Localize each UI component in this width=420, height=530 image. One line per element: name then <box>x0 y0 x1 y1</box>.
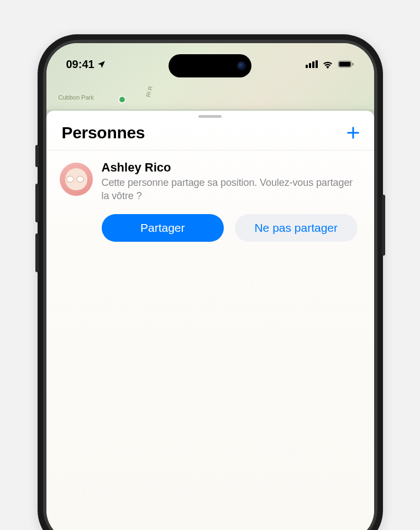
side-button-volume-down <box>35 233 39 272</box>
person-subtitle: Cette personne partage sa position. Voul… <box>102 176 362 203</box>
battery-icon <box>338 60 354 68</box>
person-name: Ashley Rico <box>102 160 362 175</box>
svg-rect-2 <box>352 63 353 66</box>
map-label-park: Cubbon Park <box>59 94 94 101</box>
person-row[interactable]: Ashley Rico Cette personne partage sa po… <box>46 150 374 203</box>
dont-share-button[interactable]: Ne pas parta­ger <box>235 214 358 242</box>
avatar <box>60 163 93 196</box>
sheet-title: Personnes <box>62 123 145 142</box>
status-right <box>306 60 354 69</box>
add-person-button[interactable] <box>344 124 362 142</box>
status-left: 09:41 <box>66 58 106 71</box>
side-button-power <box>382 195 385 256</box>
sheet-header: Personnes <box>46 121 374 150</box>
people-sheet[interactable]: Personnes Ashley Rico Cette personn <box>46 111 374 530</box>
camera-lens <box>237 61 246 70</box>
wifi-icon <box>322 60 333 69</box>
screen: Cubbon Park RI R 09:41 <box>46 43 374 530</box>
plus-icon <box>345 125 361 141</box>
side-button-silence <box>35 145 39 167</box>
action-buttons: Partager Ne pas parta­ger <box>46 203 374 253</box>
map-label-road: RI R <box>145 85 154 97</box>
phone-frame: Cubbon Park RI R 09:41 <box>38 34 383 530</box>
cellular-signal-icon <box>306 60 318 68</box>
svg-rect-1 <box>339 62 350 67</box>
status-time: 09:41 <box>66 58 95 71</box>
sheet-grabber[interactable] <box>198 115 222 118</box>
dynamic-island <box>169 54 251 77</box>
share-button[interactable]: Partager <box>102 214 224 242</box>
person-content: Ashley Rico Cette personne partage sa po… <box>102 160 362 203</box>
map-poi-dot <box>118 96 126 103</box>
location-arrow-icon <box>97 60 106 69</box>
phone-inner-border: Cubbon Park RI R 09:41 <box>43 40 377 530</box>
side-button-volume-up <box>35 184 39 222</box>
